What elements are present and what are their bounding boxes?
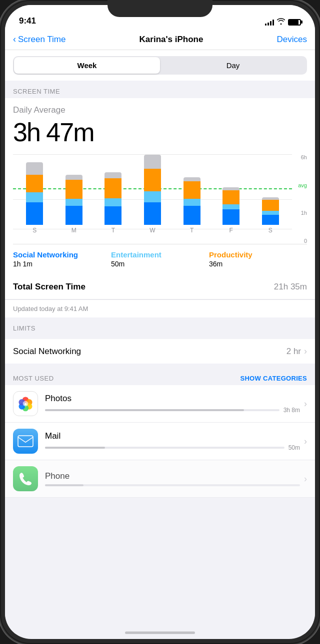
app-list: Photos 3h 8m ›	[5, 385, 315, 498]
social-networking-limit-row[interactable]: Social Networking 2 hr ›	[5, 339, 315, 364]
mail-bar-container: 50m	[45, 444, 300, 451]
segment-day-button[interactable]: Day	[160, 57, 306, 74]
screen-time-section-header: SCREEN TIME	[5, 81, 315, 98]
bar-monday: M	[56, 154, 92, 234]
photos-app-time: 3h 8m	[284, 407, 300, 414]
bar-label-sunday: S	[32, 227, 36, 234]
bar-stack-tuesday	[104, 172, 122, 225]
bar-lightblue-tuesday	[104, 198, 122, 206]
page-title: Karina's iPhone	[140, 35, 204, 45]
update-text: Updated today at 9:41 AM	[5, 299, 315, 317]
svg-point-6	[23, 401, 28, 407]
bar-thursday: T	[174, 154, 210, 234]
back-label: Screen Time	[18, 35, 66, 45]
battery-icon	[288, 19, 301, 26]
mail-usage-fill	[45, 447, 105, 449]
phone-chevron-right-icon: ›	[304, 474, 307, 484]
svg-rect-7	[18, 436, 33, 447]
y-label-0: 0	[304, 238, 307, 244]
category-legend: Social Networking 1h 1m Entertainment 50…	[5, 244, 315, 275]
phone-bar-container	[45, 484, 300, 486]
bar-orange-sunday	[26, 175, 43, 192]
bar-label-thursday: T	[190, 227, 194, 234]
total-screen-time-label: Total Screen Time	[13, 282, 86, 292]
signal-bars-icon	[265, 19, 274, 26]
bar-sunday: S	[17, 154, 52, 234]
bar-label-wednesday: W	[150, 227, 155, 234]
bar-blue-tuesday	[104, 206, 122, 225]
bar-orange-tuesday	[104, 178, 122, 198]
devices-button[interactable]: Devices	[277, 35, 307, 45]
chart-inner: 6h avg 1h 0	[13, 154, 307, 244]
bar-gray-tuesday	[104, 172, 122, 178]
bar-gray-sunday	[26, 162, 43, 175]
photos-app-name: Photos	[45, 394, 300, 404]
app-item-phone[interactable]: Phone ›	[5, 460, 315, 498]
bar-blue-saturday	[262, 215, 279, 225]
entertainment-label: Entertainment	[111, 250, 209, 259]
bar-stack-friday	[222, 187, 240, 225]
photos-bar-container: 3h 8m	[45, 407, 300, 414]
notch	[108, 0, 212, 17]
period-segment-control: Week Day	[13, 56, 307, 75]
wifi-icon	[277, 18, 285, 26]
photos-usage-fill	[45, 409, 244, 411]
productivity-time: 36m	[209, 260, 307, 268]
phone-frame: 9:41	[0, 0, 320, 644]
social-networking-limit-value: 2 hr	[286, 347, 301, 357]
bar-orange-wednesday	[144, 169, 161, 191]
category-productivity: Productivity 36m	[209, 250, 307, 268]
bar-gray-wednesday	[144, 155, 161, 169]
photos-app-info: Photos 3h 8m	[45, 394, 300, 414]
screen-time-card: Daily Average 3h 47m 6	[5, 98, 315, 317]
bar-blue-wednesday	[144, 202, 161, 225]
category-entertainment: Entertainment 50m	[111, 250, 209, 268]
bar-lightblue-sunday	[26, 192, 43, 202]
chevron-right-icon: ›	[304, 346, 307, 357]
bar-gray-monday	[66, 175, 82, 180]
mail-app-info: Mail 50m	[45, 431, 300, 451]
app-item-mail[interactable]: Mail 50m ›	[5, 423, 315, 460]
bar-label-saturday: S	[268, 227, 272, 234]
y-label-1h: 1h	[301, 210, 307, 216]
social-networking-time: 1h 1m	[13, 260, 111, 268]
bar-saturday: S	[252, 154, 288, 234]
phone-app-name: Phone	[45, 471, 300, 481]
bar-gray-thursday	[184, 177, 200, 181]
segment-wrapper: Week Day	[5, 50, 315, 81]
bar-lightblue-wednesday	[144, 191, 161, 202]
social-networking-limit-value-container: 2 hr ›	[286, 346, 307, 357]
mail-usage-bar	[45, 447, 284, 449]
limits-section-header: LIMITS	[5, 317, 315, 335]
productivity-label: Productivity	[209, 250, 307, 259]
bar-blue-thursday	[184, 206, 200, 225]
social-networking-limit-label: Social Networking	[13, 347, 81, 357]
limits-section: LIMITS Social Networking 2 hr ›	[5, 317, 315, 364]
chart-bars-container: S M	[13, 154, 292, 244]
bar-stack-sunday	[26, 162, 43, 225]
bar-orange-friday	[222, 190, 240, 204]
y-label-avg: avg	[298, 182, 307, 188]
bar-label-friday: F	[230, 227, 233, 234]
bar-wednesday: W	[135, 154, 170, 234]
show-categories-button[interactable]: SHOW CATEGORIES	[240, 375, 307, 382]
chevron-left-icon: ‹	[13, 34, 16, 45]
social-networking-label: Social Networking	[13, 250, 111, 259]
app-item-photos[interactable]: Photos 3h 8m ›	[5, 385, 315, 423]
bar-stack-thursday	[184, 177, 200, 225]
segment-week-button[interactable]: Week	[14, 57, 160, 74]
chart-y-labels: 6h avg 1h 0	[293, 154, 307, 244]
mail-app-name: Mail	[45, 431, 300, 441]
back-button[interactable]: ‹ Screen Time	[13, 34, 66, 45]
total-screen-time-value-container: 21h 35m	[274, 282, 307, 292]
content-scroll: Week Day SCREEN TIME Daily Average 3h 47…	[5, 50, 315, 634]
bar-label-tuesday: T	[112, 227, 115, 234]
bar-lightblue-friday	[222, 204, 240, 209]
status-time: 9:41	[19, 16, 36, 26]
signal-bar-4	[272, 20, 274, 26]
limits-list: Social Networking 2 hr ›	[5, 339, 315, 364]
phone-usage-fill	[45, 484, 84, 486]
bar-lightblue-saturday	[262, 211, 279, 215]
category-social: Social Networking 1h 1m	[13, 250, 111, 268]
phone-screen: 9:41	[5, 5, 315, 639]
